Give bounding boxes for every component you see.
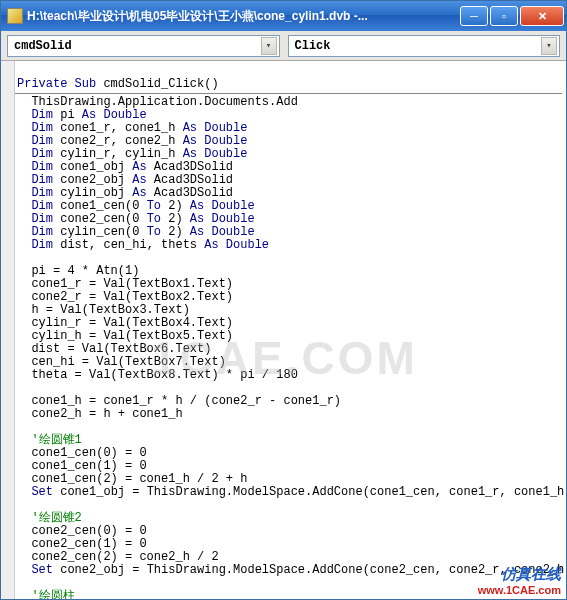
procedure-combobox[interactable]: Click ▾	[288, 35, 561, 57]
code-token: As Double	[190, 212, 255, 226]
code-line: cone1_cen(0) = 0	[17, 446, 147, 460]
code-line: cone1_r = Val(TextBox1.Text)	[17, 277, 233, 291]
code-token: As Double	[82, 108, 147, 122]
code-token: As	[132, 186, 146, 200]
code-token: Dim	[17, 134, 53, 148]
code-line: cylin_h = Val(TextBox5.Text)	[17, 329, 233, 343]
code-toolbar: cmdSolid ▾ Click ▾	[1, 31, 566, 61]
code-comment: '绘圆锥1	[17, 433, 82, 447]
code-token: Dim	[17, 186, 53, 200]
procedure-separator	[15, 93, 562, 94]
app-icon	[7, 8, 23, 24]
code-line: cone2_cen(2) = cone2_h / 2	[17, 550, 219, 564]
code-token: cylin_r, cylin_h	[53, 147, 183, 161]
code-token: Dim	[17, 147, 53, 161]
code-line: cone2_cen(0) = 0	[17, 524, 147, 538]
code-line: cone1_cen(2) = cone1_h / 2 + h	[17, 472, 247, 486]
code-token: Acad3DSolid	[147, 160, 233, 174]
code-line: cone2_cen(1) = 0	[17, 537, 147, 551]
code-token: Dim	[17, 199, 53, 213]
vba-editor-window: H:\teach\毕业设计\机电05毕业设计\王小燕\cone_cylin1.d…	[0, 0, 567, 600]
code-line: h = Val(TextBox3.Text)	[17, 303, 190, 317]
code-token: Acad3DSolid	[147, 173, 233, 187]
code-comment: '绘圆锥2	[17, 511, 82, 525]
code-token: To	[147, 225, 161, 239]
code-token: cone2_obj = ThisDrawing.ModelSpace.AddCo…	[53, 563, 566, 577]
code-line: pi = 4 * Atn(1)	[17, 264, 139, 278]
code-token: Private Sub	[17, 77, 96, 91]
code-token: Dim	[17, 173, 53, 187]
code-token: cmdSolid_Click()	[96, 77, 218, 91]
code-token: Dim	[17, 238, 53, 252]
code-line: cylin_r = Val(TextBox4.Text)	[17, 316, 233, 330]
code-token: As	[132, 173, 146, 187]
code-line: cone2_h = h + cone1_h	[17, 407, 183, 421]
code-token: 2)	[161, 225, 190, 239]
code-area[interactable]: Private Sub cmdSolid_Click() ThisDrawing…	[15, 61, 566, 599]
code-token: As Double	[183, 147, 248, 161]
code-token: pi	[53, 108, 82, 122]
code-line: ThisDrawing.Application.Documents.Add	[17, 95, 298, 109]
code-comment: '绘圆柱	[17, 589, 75, 599]
procedure-combo-value: Click	[295, 39, 331, 53]
code-token: To	[147, 199, 161, 213]
code-token: As Double	[183, 134, 248, 148]
code-token: 2)	[161, 199, 190, 213]
code-token: cylin_cen(0	[53, 225, 147, 239]
code-line: cone2_r = Val(TextBox2.Text)	[17, 290, 233, 304]
code-token: dist, cen_hi, thets	[53, 238, 204, 252]
code-token: cone1_r, cone1_h	[53, 121, 183, 135]
code-token: cone1_obj = ThisDrawing.ModelSpace.AddCo…	[53, 485, 566, 499]
code-token: To	[147, 212, 161, 226]
minimize-button[interactable]: ─	[460, 6, 488, 26]
code-line: theta = Val(TextBox8.Text) * pi / 180	[17, 368, 298, 382]
window-buttons: ─ ▫ ✕	[460, 6, 564, 26]
code-token: Set	[17, 563, 53, 577]
code-token: Set	[17, 485, 53, 499]
code-editor[interactable]: Private Sub cmdSolid_Click() ThisDrawing…	[1, 61, 566, 599]
code-token: Dim	[17, 212, 53, 226]
code-token: Dim	[17, 160, 53, 174]
code-token: cylin_obj	[53, 186, 132, 200]
window-title: H:\teach\毕业设计\机电05毕业设计\王小燕\cone_cylin1.d…	[27, 8, 460, 25]
code-token: 2)	[161, 212, 190, 226]
code-token: cone1_obj	[53, 160, 132, 174]
code-token: Dim	[17, 225, 53, 239]
object-combobox[interactable]: cmdSolid ▾	[7, 35, 280, 57]
code-token: Dim	[17, 121, 53, 135]
maximize-button[interactable]: ▫	[490, 6, 518, 26]
titlebar[interactable]: H:\teach\毕业设计\机电05毕业设计\王小燕\cone_cylin1.d…	[1, 1, 566, 31]
code-token: cone2_r, cone2_h	[53, 134, 183, 148]
code-token: cone1_cen(0	[53, 199, 147, 213]
code-token: As	[132, 160, 146, 174]
close-button[interactable]: ✕	[520, 6, 564, 26]
code-token: cone2_obj	[53, 173, 132, 187]
code-line: cone1_cen(1) = 0	[17, 459, 147, 473]
code-token: As Double	[204, 238, 269, 252]
code-token: As Double	[190, 199, 255, 213]
code-line: dist = Val(TextBox6.Text)	[17, 342, 211, 356]
indicator-margin	[1, 61, 15, 599]
object-combo-value: cmdSolid	[14, 39, 72, 53]
chevron-down-icon[interactable]: ▾	[541, 37, 557, 55]
code-token: Dim	[17, 108, 53, 122]
code-token: Acad3DSolid	[147, 186, 233, 200]
chevron-down-icon[interactable]: ▾	[261, 37, 277, 55]
code-token: As Double	[183, 121, 248, 135]
code-token: cone2_cen(0	[53, 212, 147, 226]
code-line: cen_hi = Val(TextBox7.Text)	[17, 355, 226, 369]
code-token: As Double	[190, 225, 255, 239]
code-line: cone1_h = cone1_r * h / (cone2_r - cone1…	[17, 394, 341, 408]
